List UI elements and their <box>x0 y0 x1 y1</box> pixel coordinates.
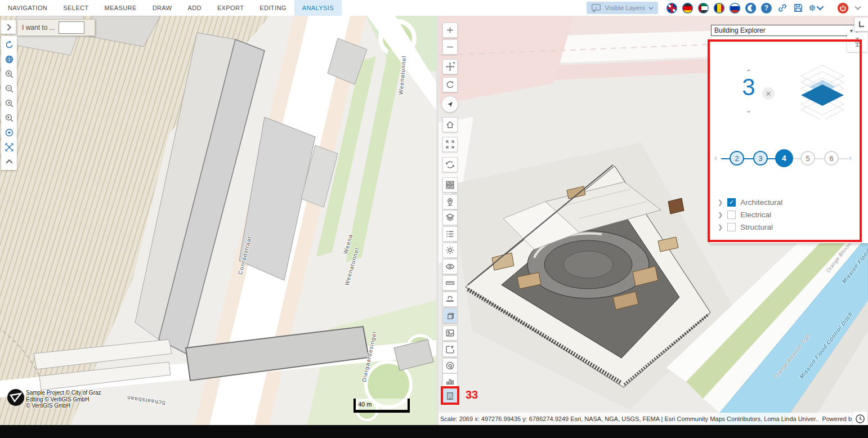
map-attribution: Sample Project © City of Graz Editing © … <box>26 390 101 409</box>
map-navigation-toolbar <box>1 36 17 170</box>
attribution-line-2: Editing © VertiGIS GmbH <box>26 396 101 403</box>
phase-step-2[interactable]: 2 <box>730 151 744 166</box>
chart-button[interactable] <box>442 373 458 388</box>
layout-toggle-button[interactable] <box>854 17 868 32</box>
globe-icon[interactable] <box>2 52 16 66</box>
menu-select[interactable]: SELECT <box>55 0 96 16</box>
viewports-button[interactable] <box>442 177 458 193</box>
romanian-flag-icon[interactable] <box>714 3 724 14</box>
panel-selector-value: Building Explorer <box>714 26 766 34</box>
level-down-button[interactable]: ⌄ <box>741 106 756 114</box>
locate-button[interactable] <box>442 194 458 209</box>
save-icon[interactable] <box>793 3 803 14</box>
phase-prev-arrow[interactable]: ‹ <box>714 153 717 162</box>
zoom-in-icon[interactable] <box>2 67 16 81</box>
menu-draw[interactable]: DRAW <box>145 0 180 16</box>
compass-button[interactable] <box>441 96 458 113</box>
rotate-button[interactable] <box>442 77 458 92</box>
chevron-up-icon[interactable] <box>2 155 16 168</box>
measure-button[interactable] <box>442 275 458 290</box>
building-explorer-button[interactable] <box>442 388 458 404</box>
chevron-right-icon[interactable]: ❯ <box>718 199 723 206</box>
menu-editing[interactable]: EDITING <box>252 0 294 16</box>
sync-views-button[interactable] <box>442 157 458 172</box>
full-extent-icon[interactable] <box>2 140 16 154</box>
crescent-icon[interactable] <box>745 3 756 14</box>
app-window: NAVIGATION SELECT MEASURE DRAW ADD EXPOR… <box>0 0 868 438</box>
expand-panel-button[interactable] <box>1 20 16 34</box>
german-flag-icon[interactable] <box>682 3 693 14</box>
settings-gear-icon[interactable] <box>808 3 824 14</box>
phase-next-arrow[interactable]: › <box>849 153 852 162</box>
phase-step-3[interactable]: 3 <box>753 151 768 166</box>
previous-extent-icon[interactable] <box>2 96 16 110</box>
status-coordinates: Scale: 2069 x: 497276.99435 y: 6786274.9… <box>440 415 818 422</box>
time-slider-button[interactable] <box>853 412 867 425</box>
chevron-right-icon[interactable]: ❯ <box>718 211 723 218</box>
phase-step-4[interactable]: 4 <box>775 149 793 167</box>
menu-navigation[interactable]: NAVIGATION <box>0 0 55 16</box>
russian-flag-icon[interactable] <box>730 3 740 14</box>
discipline-row-structural: ❯ Structural <box>718 222 773 232</box>
architectural-checkbox[interactable]: ✓ <box>727 198 736 207</box>
measure-building-button[interactable] <box>442 292 458 307</box>
visible-layers-dropdown[interactable]: Visible Layers <box>587 2 658 14</box>
daylight-button[interactable] <box>442 243 458 258</box>
bottom-bar <box>0 425 868 438</box>
add-frame-button[interactable] <box>442 342 458 357</box>
i-want-to-input[interactable] <box>59 21 84 34</box>
center-map-icon[interactable] <box>2 126 16 139</box>
i-want-to-label: I want to ... <box>22 24 55 32</box>
attribution-line-1: Sample Project © City of Graz <box>26 390 101 396</box>
uae-flag-icon[interactable] <box>698 3 709 14</box>
chevron-right-icon[interactable]: ❯ <box>718 224 723 231</box>
chevron-down-icon[interactable] <box>853 3 862 12</box>
vertical-slider-tool-button[interactable] <box>847 33 867 52</box>
discipline-label: Structural <box>740 223 773 231</box>
level-value: 3 <box>735 74 763 101</box>
menu-analysis[interactable]: ANALYSIS <box>294 0 342 16</box>
phase-step-5[interactable]: 5 <box>800 151 815 166</box>
english-flag-icon[interactable] <box>666 3 677 14</box>
full-extent-button[interactable] <box>442 137 458 152</box>
visibility-button[interactable] <box>442 259 458 274</box>
scale-bar-label: 40 m <box>358 401 372 408</box>
topbar-right-controls: Visible Layers ? <box>587 0 862 16</box>
phase-step-6[interactable]: 6 <box>824 151 839 166</box>
discipline-row-electrical: ❯ Electrical <box>718 209 771 220</box>
scene-3d-pane[interactable]: Orange Blossom Trail Orange Blossom Trai… <box>439 16 868 425</box>
menu-export[interactable]: EXPORT <box>209 0 252 16</box>
zoom-in-button[interactable] <box>442 23 458 38</box>
map-2d-pane[interactable]: Conradstraat Weena Weenatunnel Weenatunn… <box>0 16 436 425</box>
zoom-out-button[interactable] <box>442 39 458 55</box>
scene-settings-button[interactable] <box>442 358 458 373</box>
legend-button[interactable] <box>442 226 458 242</box>
next-extent-icon[interactable] <box>2 111 16 124</box>
pan-button[interactable] <box>442 59 458 74</box>
menu-add[interactable]: ADD <box>180 0 209 16</box>
vertigis-logo <box>7 388 25 406</box>
visible-layers-label: Visible Layers <box>605 5 645 11</box>
menu-measure[interactable]: MEASURE <box>96 0 144 16</box>
caret-down-icon <box>648 6 654 11</box>
home-button[interactable] <box>442 117 458 132</box>
attribution-line-3: © VertiGIS GmbH <box>26 403 101 409</box>
slice-button[interactable] <box>442 308 458 323</box>
status-bar: Scale: 2069 x: 497276.99435 y: 6786274.9… <box>439 413 853 425</box>
comment-icon <box>591 3 602 14</box>
scale-bar: 40 m <box>354 399 410 413</box>
layers-button[interactable] <box>442 210 458 225</box>
link-icon[interactable] <box>777 3 788 14</box>
level-clear-button[interactable]: ✕ <box>762 87 775 100</box>
construction-phase-stepper: ‹ 2 3 4 5 6 › <box>714 149 855 169</box>
electrical-checkbox[interactable] <box>727 211 736 219</box>
help-icon[interactable]: ? <box>761 3 772 14</box>
screenshot-button[interactable] <box>442 325 458 341</box>
reset-rotation-icon[interactable] <box>2 38 16 51</box>
status-powered-by: Powered b <box>822 415 852 422</box>
power-icon[interactable] <box>838 3 848 14</box>
discipline-row-architectural: ❯ ✓ Architectural <box>718 197 782 207</box>
structural-checkbox[interactable] <box>727 223 736 231</box>
zoom-out-icon[interactable] <box>2 82 16 95</box>
panel-selector-dropdown[interactable]: Building Explorer ▾ <box>711 25 857 36</box>
